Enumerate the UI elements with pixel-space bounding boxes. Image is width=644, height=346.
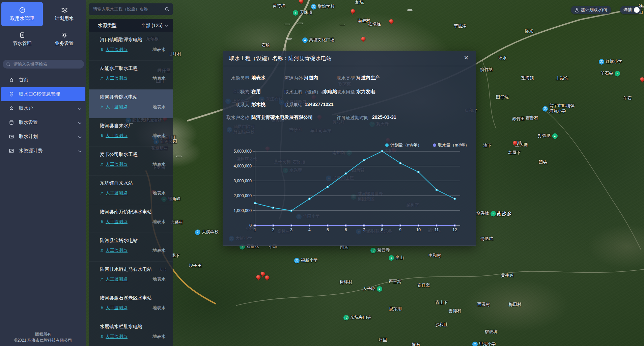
map-marker-pin[interactable] [265, 275, 270, 281]
station-list-item[interactable]: 陆河县水唇走马石水电站 人工监测点 地表水 [89, 262, 173, 290]
over-plan-intake-button[interactable]: 超计划取水(0) [571, 6, 611, 14]
tile-planned-water-use[interactable]: 计划用水 [44, 2, 85, 26]
field-label: 许可证过期时间 [337, 115, 369, 121]
water-source-type: 地表水 [152, 75, 166, 81]
field-label: 联系电话 [284, 102, 303, 108]
sidebar-search-input[interactable] [13, 61, 81, 67]
sidebar-item-home[interactable]: 首页 [0, 73, 86, 87]
map-label: 树坪村 [340, 280, 353, 285]
map-label-text: 坪里 [379, 338, 387, 343]
monitor-label: 人工监测点 [106, 190, 128, 196]
station-detail-modal: 取水工程（设施）名称：陆河县青碇水电站 ✕ 水源类型 地表水 河道内外 河道内 … [223, 51, 476, 246]
manual-monitor-link[interactable]: 人工监测点 [100, 161, 128, 167]
station-list-item[interactable]: 东坑镇自来水站 人工监测点 地表水 [89, 176, 173, 204]
station-list-item[interactable]: 陆河县青碇水电站 人工监测点 地表水 [89, 89, 173, 118]
sidebar-search[interactable] [3, 60, 84, 69]
field-value: 河道内 [304, 75, 318, 81]
sidebar-item-intake-plan[interactable]: 取水计划 [0, 130, 86, 144]
map-marker-pin[interactable] [513, 141, 517, 147]
tile-water-intake-management[interactable]: 取用水管理 [1, 2, 43, 26]
search-icon [6, 62, 10, 66]
monitor-label: 人工监测点 [106, 334, 128, 340]
svg-text:计划量（m³/年）: 计划量（m³/年） [390, 143, 422, 148]
water-source-type: 地表水 [152, 161, 166, 167]
person-icon [100, 48, 104, 52]
tile-label: 取用水管理 [10, 16, 34, 22]
toggle-knob[interactable] [634, 7, 640, 13]
svg-text:2,000,000: 2,000,000 [234, 193, 252, 198]
station-list-item[interactable]: 麦卡公司取水工程 人工监测点 地表水 [89, 147, 173, 176]
close-icon[interactable]: ✕ [464, 54, 469, 61]
sidebar-item-billing[interactable]: 水资源计费 [0, 144, 86, 158]
svg-text:0: 0 [249, 223, 252, 228]
sidebar-item-intake-settings[interactable]: 取水设置 [0, 115, 86, 130]
map-label: 黄沙乡 [497, 211, 512, 217]
map-marker-pin[interactable] [361, 37, 366, 43]
sidebar-item-gis-info[interactable]: 取水口GIS信息管理 [1, 87, 85, 101]
map-marker-pin[interactable] [389, 19, 394, 25]
filter-dropdown[interactable]: 全部 (125) [141, 23, 168, 29]
road-badge [286, 38, 292, 39]
map-label: 聚云寺 [370, 248, 390, 253]
poi-icon [311, 4, 316, 9]
map-label: 福新小学 [294, 258, 318, 263]
map-label: 田仔坑 [496, 95, 509, 100]
field-label: 取水类型 [337, 75, 355, 81]
flask-icon [575, 8, 579, 12]
map-label-text: 黄沙乡 [497, 211, 512, 217]
map-label: 西溪村 [477, 302, 490, 308]
station-list-item[interactable]: 陆河县宝塔水电站 人工监测点 地表水 [89, 233, 173, 262]
station-search-input[interactable] [92, 6, 165, 12]
station-list-item[interactable]: 陆河县自来水厂 人工监测点 地表水 [89, 118, 173, 147]
field-value: 彭木桃 [251, 102, 265, 108]
manual-monitor-link[interactable]: 人工监测点 [100, 276, 128, 282]
station-list-item[interactable]: 友能水厂取水工程 人工监测点 地表水 [89, 61, 173, 89]
map-label: 梅田村 [509, 302, 522, 308]
station-name: 友能水厂取水工程 [100, 65, 166, 72]
poi-icon [370, 248, 376, 253]
station-list-item[interactable]: 水唇镇水栏肚水电站 人工监测点 地表水 [89, 319, 173, 346]
sidebar-item-water-users[interactable]: 取水户 [0, 101, 86, 115]
map-marker-pin[interactable] [261, 272, 265, 277]
station-name: 陆河县自来水厂 [100, 123, 166, 129]
manual-monitor-link[interactable]: 人工监测点 [100, 247, 128, 254]
copyright: 版权所有 ©2021 珠海市仁智科技有限公司 [0, 331, 86, 343]
chevron-down-icon [165, 24, 168, 27]
manual-monitor-link[interactable]: 人工监测点 [100, 219, 128, 225]
map-marker-pin[interactable] [256, 275, 261, 281]
map-label: 青山下 [435, 300, 448, 305]
map-label: 思茅湖 [389, 307, 402, 312]
gear-icon [61, 32, 68, 38]
poi-icon [195, 230, 200, 235]
map-label: 溜下 [483, 143, 492, 149]
search-icon[interactable] [165, 7, 169, 11]
tile-label: 计划用水 [55, 16, 74, 22]
map-marker-pin[interactable] [351, 9, 355, 15]
station-search[interactable] [89, 3, 173, 15]
map-label-text: 寨仔窝 [417, 283, 430, 288]
map-marker-pin[interactable] [640, 77, 644, 83]
map-label: 羊石尖 [600, 71, 620, 76]
map-label: 尖山 [389, 255, 404, 261]
field-value: 河道内生产 [356, 75, 380, 81]
map-label-text: 石船 [261, 43, 270, 48]
manual-monitor-link[interactable]: 人工监测点 [100, 47, 128, 53]
station-list-item[interactable]: 陆河县南万镇杞洋水电站 人工监测点 地表水 [89, 204, 173, 233]
map-label: 际光 [525, 29, 533, 34]
manual-monitor-link[interactable]: 人工监测点 [100, 305, 128, 311]
tile-water-saving-management[interactable]: 节水管理 [1, 27, 43, 51]
station-list-item[interactable]: 陆河县激石溪老区水电站 人工监测点 地表水 [89, 290, 173, 319]
detail-toggle[interactable]: 详情 [620, 6, 641, 14]
map-label-text: 黄竹坑 [273, 3, 285, 9]
manual-monitor-link[interactable]: 人工监测点 [100, 334, 128, 340]
manual-monitor-link[interactable]: 人工监测点 [100, 104, 128, 110]
tile-business-settings[interactable]: 业务设置 [44, 27, 85, 51]
svg-text:7: 7 [363, 228, 365, 232]
manual-monitor-link[interactable]: 人工监测点 [100, 190, 128, 196]
manual-monitor-link[interactable]: 人工监测点 [100, 133, 128, 139]
manual-monitor-link[interactable]: 人工监测点 [100, 75, 128, 81]
person-icon [100, 134, 104, 138]
station-list-item[interactable]: 河口镇唱歌潭水电站 人工监测点 地表水 [89, 32, 173, 61]
map-marker-pin[interactable] [299, 0, 304, 5]
station-name: 陆河县青碇水电站 [100, 94, 166, 100]
